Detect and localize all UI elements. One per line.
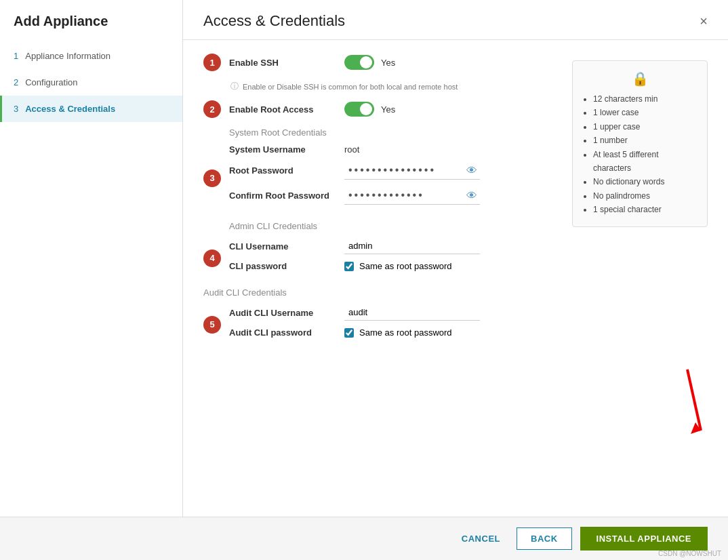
svg-line-0 bbox=[687, 369, 701, 431]
form-section: 1 Enable SSH Yes ⓘ Enable or Disable SSH… bbox=[203, 54, 559, 503]
rules-list: 12 characters min1 lower case1 upper cas… bbox=[582, 92, 697, 217]
rule-item: 1 upper case bbox=[593, 120, 697, 134]
confirm-root-password-input[interactable] bbox=[344, 186, 480, 205]
confirm-root-password-row: Confirm Root Password 👁 bbox=[229, 186, 559, 205]
audit-username-label: Audit CLI Username bbox=[229, 308, 344, 318]
root-password-label: Root Password bbox=[229, 165, 344, 176]
rule-item: 1 special character bbox=[593, 203, 697, 216]
main-header: Access & Credentials × bbox=[183, 0, 728, 40]
audit-username-input[interactable] bbox=[344, 304, 480, 321]
cli-username-input[interactable] bbox=[344, 238, 480, 254]
modal-footer: CANCEL BACK INSTALL APPLIANCE bbox=[0, 517, 728, 560]
cli-password-same-label: Same as root password bbox=[359, 261, 452, 271]
system-username-value: root bbox=[344, 144, 359, 155]
step4-fields: CLI Username CLI password Same as root p… bbox=[229, 238, 559, 278]
admin-cli-form: 4 CLI Username CLI password bbox=[203, 238, 559, 278]
modal-inner: Add Appliance 1 Appliance Information 2 … bbox=[0, 0, 728, 517]
admin-cli-section-title: Admin CLI Credentials bbox=[229, 221, 559, 231]
step-badge-3: 3 bbox=[203, 169, 221, 187]
sidebar-item-access-credentials[interactable]: 3 Access & Credentials bbox=[0, 96, 182, 122]
rule-item: 1 number bbox=[593, 134, 697, 147]
step-badge-1: 1 bbox=[203, 54, 221, 71]
back-button[interactable]: BACK bbox=[517, 527, 572, 550]
system-username-label: System Username bbox=[229, 144, 344, 155]
close-button[interactable]: × bbox=[700, 14, 708, 28]
root-password-wrapper: 👁 bbox=[344, 161, 480, 180]
confirm-root-password-eye-icon[interactable]: 👁 bbox=[466, 190, 477, 202]
audit-username-row: Audit CLI Username bbox=[229, 304, 559, 321]
cli-username-label: CLI Username bbox=[229, 241, 344, 252]
ssh-toggle-value: Yes bbox=[381, 58, 395, 68]
lock-icon: 🔒 bbox=[582, 71, 697, 87]
rule-item: No palindromes bbox=[593, 189, 697, 203]
step-num-2: 2 bbox=[14, 77, 18, 87]
rule-item: 12 characters min bbox=[593, 92, 697, 106]
step-num-1: 1 bbox=[14, 51, 18, 61]
sidebar-label-1: Appliance Information bbox=[25, 51, 110, 61]
confirm-root-password-label: Confirm Root Password bbox=[229, 191, 344, 201]
enable-ssh-row: 1 Enable SSH Yes bbox=[203, 54, 559, 71]
sidebar-label-3: Access & Credentials bbox=[25, 104, 115, 114]
install-button[interactable]: INSTALL APPLIANCE bbox=[580, 527, 708, 551]
cli-password-row: CLI password Same as root password bbox=[229, 261, 559, 271]
cli-username-row: CLI Username bbox=[229, 238, 559, 254]
main-body: 1 Enable SSH Yes ⓘ Enable or Disable SSH… bbox=[183, 40, 728, 517]
root-toggle[interactable] bbox=[344, 102, 374, 117]
audit-password-same-checkbox[interactable] bbox=[344, 328, 354, 338]
sidebar: Add Appliance 1 Appliance Information 2 … bbox=[0, 0, 183, 517]
sidebar-label-2: Configuration bbox=[25, 77, 77, 87]
root-password-input[interactable] bbox=[344, 161, 480, 180]
main-content: Access & Credentials × 1 Enable SSH Yes bbox=[183, 0, 728, 517]
password-rules: 🔒 12 characters min1 lower case1 upper c… bbox=[572, 54, 708, 503]
audit-cli-form: 5 Audit CLI Username Audit CLI password bbox=[203, 304, 559, 344]
audit-cli-section-title: Audit CLI Credentials bbox=[203, 287, 559, 298]
system-root-form: 3 System Username root Root Password bbox=[229, 144, 559, 212]
rules-box: 🔒 12 characters min1 lower case1 upper c… bbox=[572, 60, 708, 227]
enable-root-label: Enable Root Access bbox=[229, 104, 338, 115]
info-icon: ⓘ bbox=[230, 81, 239, 92]
system-username-row: System Username root bbox=[229, 144, 559, 155]
rule-item: At least 5 different characters bbox=[593, 148, 697, 176]
cli-password-same-checkbox[interactable] bbox=[344, 262, 354, 271]
step-num-3: 3 bbox=[14, 104, 18, 114]
step3-fields: System Username root Root Password 👁 bbox=[229, 144, 559, 212]
root-password-row: Root Password 👁 bbox=[229, 161, 559, 180]
red-arrow-icon bbox=[640, 363, 708, 444]
watermark: CSDN @NOWSHUT bbox=[658, 550, 721, 557]
root-password-eye-icon[interactable]: 👁 bbox=[466, 165, 477, 177]
sidebar-title: Add Appliance bbox=[0, 14, 182, 43]
step3-badge-row: 3 System Username root Root Password bbox=[203, 144, 559, 212]
cancel-button[interactable]: CANCEL bbox=[453, 528, 508, 549]
enable-root-row: 2 Enable Root Access Yes bbox=[203, 100, 559, 118]
sidebar-item-appliance-info[interactable]: 1 Appliance Information bbox=[0, 43, 182, 69]
red-arrow-area bbox=[572, 363, 708, 446]
ssh-hint: ⓘ Enable or Disable SSH is common for bo… bbox=[230, 81, 559, 92]
rule-item: 1 lower case bbox=[593, 106, 697, 119]
main-title: Access & Credentials bbox=[203, 12, 345, 30]
step5-badge-row: 5 Audit CLI Username Audit CLI password bbox=[203, 304, 559, 344]
cli-password-same-container: Same as root password bbox=[344, 261, 452, 271]
modal-container: Add Appliance 1 Appliance Information 2 … bbox=[0, 0, 728, 560]
step-badge-5: 5 bbox=[203, 316, 221, 334]
rule-item: No dictionary words bbox=[593, 175, 697, 188]
audit-password-same-label: Same as root password bbox=[359, 327, 452, 338]
enable-ssh-label: Enable SSH bbox=[229, 58, 338, 68]
system-root-section-title: System Root Credentials bbox=[229, 127, 559, 138]
audit-password-label: Audit CLI password bbox=[229, 327, 344, 338]
ssh-toggle[interactable] bbox=[344, 55, 374, 70]
confirm-root-password-wrapper: 👁 bbox=[344, 186, 480, 205]
step5-fields: Audit CLI Username Audit CLI password Sa… bbox=[229, 304, 559, 344]
root-toggle-container: Yes bbox=[344, 102, 395, 117]
audit-password-same-container: Same as root password bbox=[344, 327, 452, 338]
root-toggle-value: Yes bbox=[381, 104, 395, 115]
ssh-toggle-container: Yes bbox=[344, 55, 395, 70]
step-badge-4: 4 bbox=[203, 249, 221, 267]
step4-badge-row: 4 CLI Username CLI password bbox=[203, 238, 559, 278]
step-badge-2: 2 bbox=[203, 100, 221, 118]
sidebar-item-configuration[interactable]: 2 Configuration bbox=[0, 69, 182, 96]
cli-password-label: CLI password bbox=[229, 261, 344, 271]
audit-password-row: Audit CLI password Same as root password bbox=[229, 327, 559, 338]
